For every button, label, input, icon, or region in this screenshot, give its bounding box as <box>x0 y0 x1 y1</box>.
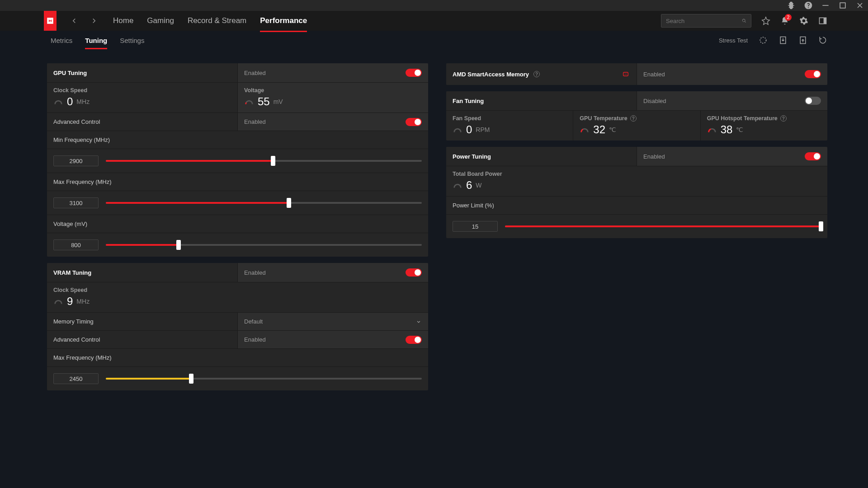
gpu-maxf-slider[interactable] <box>47 191 428 215</box>
sam-toggle[interactable] <box>805 70 821 78</box>
gpu-volt-label: Voltage <box>244 87 422 94</box>
export-icon[interactable] <box>798 36 807 45</box>
import-icon[interactable] <box>778 36 788 45</box>
fan-panel: Fan Tuning Disabled Fan Speed 0RPM GPU T… <box>446 91 827 141</box>
gpu-maxf-input[interactable] <box>53 197 99 208</box>
vram-maxf-label: Max Frequency (MHz) <box>47 348 428 366</box>
gauge-icon <box>580 125 590 135</box>
gpu-tuning-title: GPU Tuning <box>47 63 238 82</box>
vram-clock-value: 9 <box>67 295 73 308</box>
bug-icon[interactable] <box>787 1 796 10</box>
svg-rect-0 <box>822 5 828 6</box>
search-box[interactable] <box>661 14 751 28</box>
gpu-voltmv-label: Voltage (mV) <box>47 215 428 233</box>
vram-adv-label: Advanced Control <box>47 331 238 348</box>
svg-point-6 <box>624 74 625 74</box>
nav-gaming[interactable]: Gaming <box>147 12 174 30</box>
help-icon[interactable]: ? <box>533 71 540 77</box>
vram-maxf-slider[interactable] <box>47 366 428 390</box>
notifications-icon[interactable]: 2 <box>780 16 789 25</box>
vram-clock-unit: MHz <box>76 298 90 305</box>
vram-status: Enabled <box>244 269 266 276</box>
stress-test-icon[interactable] <box>759 36 768 45</box>
vram-tuning-panel: VRAM Tuning Enabled Clock Speed 9MHz Mem… <box>47 263 428 390</box>
nav-home[interactable]: Home <box>113 12 133 30</box>
svg-rect-1 <box>840 3 845 8</box>
maximize-icon[interactable] <box>838 1 847 10</box>
subtab-metrics[interactable]: Metrics <box>51 33 72 48</box>
vram-adv-toggle[interactable] <box>406 336 422 344</box>
gauge-icon <box>453 180 462 190</box>
sidebar-toggle-icon[interactable] <box>818 16 827 25</box>
nav-performance[interactable]: Performance <box>260 12 307 30</box>
svg-point-7 <box>625 74 626 74</box>
gpu-adv-toggle[interactable] <box>406 118 422 126</box>
tbp-value: 6 <box>466 179 472 192</box>
svg-point-8 <box>626 74 627 74</box>
tbp-unit: W <box>476 182 481 189</box>
fan-speed-label: Fan Speed <box>453 115 566 122</box>
svg-rect-3 <box>824 18 826 23</box>
help-icon[interactable]: ? <box>630 115 637 122</box>
power-limit-label: Power Limit (%) <box>446 196 827 214</box>
sub-nav: Metrics Tuning Settings Stress Test <box>0 31 868 50</box>
vram-toggle[interactable] <box>406 268 422 277</box>
subtab-tuning[interactable]: Tuning <box>85 33 107 48</box>
hotspot-value: 38 <box>721 123 733 136</box>
search-input[interactable] <box>666 18 742 24</box>
svg-point-4 <box>760 37 766 43</box>
nav-record[interactable]: Record & Stream <box>188 12 246 30</box>
vram-adv-status: Enabled <box>244 336 266 343</box>
gpu-clock-value: 0 <box>67 95 73 108</box>
gauge-icon <box>707 125 717 135</box>
vram-title: VRAM Tuning <box>47 263 238 282</box>
sam-panel: AMD SmartAccess Memory ? Enabled <box>446 63 827 85</box>
hotspot-label: GPU Hotspot Temperature <box>707 115 778 122</box>
gauge-icon <box>53 97 63 107</box>
gpu-voltmv-slider[interactable] <box>47 233 428 257</box>
gpu-minf-slider[interactable] <box>47 149 428 173</box>
gpu-temp-label: GPU Temperature <box>580 115 627 122</box>
gpu-tuning-panel: GPU Tuning Enabled Clock Speed 0MHz Volt… <box>47 63 428 257</box>
sam-status: Enabled <box>643 71 665 78</box>
gpu-minf-input[interactable] <box>53 155 99 166</box>
help-icon[interactable]: ? <box>780 115 787 122</box>
gauge-icon <box>453 125 462 135</box>
close-icon[interactable] <box>855 1 864 10</box>
settings-icon[interactable] <box>799 16 808 25</box>
power-status: Enabled <box>643 153 665 160</box>
forward-button[interactable] <box>89 15 99 26</box>
vram-mem-label: Memory Timing <box>47 313 238 330</box>
back-button[interactable] <box>69 15 80 26</box>
power-toggle[interactable] <box>805 152 821 160</box>
help-icon[interactable] <box>804 1 813 10</box>
gpu-toggle[interactable] <box>406 69 422 77</box>
gpu-volt-unit: mV <box>274 98 283 105</box>
titlebar <box>0 0 868 11</box>
chip-icon <box>621 70 630 78</box>
content: GPU Tuning Enabled Clock Speed 0MHz Volt… <box>0 50 868 390</box>
sam-title: AMD SmartAccess Memory <box>453 71 529 78</box>
top-nav: Home Gaming Record & Stream Performance … <box>0 11 868 31</box>
gpu-clock-label: Clock Speed <box>53 87 231 94</box>
power-limit-slider[interactable] <box>446 214 827 238</box>
fan-status: Disabled <box>643 98 666 104</box>
search-icon <box>742 17 746 24</box>
vram-maxf-input[interactable] <box>53 373 99 384</box>
amd-logo[interactable] <box>44 11 57 31</box>
fan-toggle[interactable] <box>805 97 821 105</box>
subtab-settings[interactable]: Settings <box>120 33 144 48</box>
left-column: GPU Tuning Enabled Clock Speed 0MHz Volt… <box>47 63 428 390</box>
reset-icon[interactable] <box>818 36 827 45</box>
fan-speed-value: 0 <box>466 123 472 136</box>
gpu-adv-label: Advanced Control <box>47 113 238 131</box>
gpu-adv-status: Enabled <box>244 118 266 125</box>
favorite-icon[interactable] <box>761 16 770 25</box>
stress-test-label: Stress Test <box>719 37 748 44</box>
right-column: AMD SmartAccess Memory ? Enabled Fan Tun… <box>446 63 827 390</box>
chevron-down-icon <box>415 319 422 325</box>
gpu-voltmv-input[interactable] <box>53 239 99 250</box>
vram-mem-dropdown[interactable]: Default <box>238 313 428 330</box>
minimize-icon[interactable] <box>821 1 830 10</box>
power-limit-input[interactable] <box>453 221 498 232</box>
